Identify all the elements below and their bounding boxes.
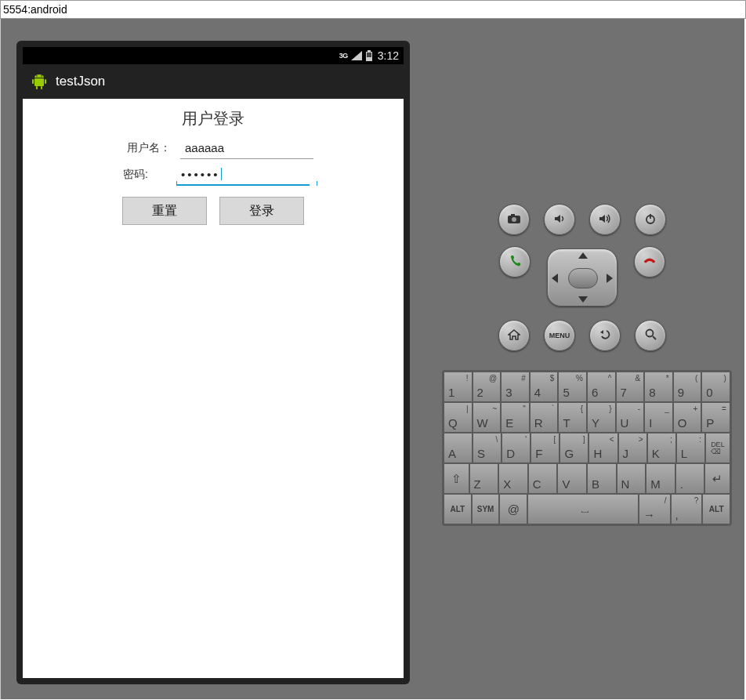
dpad[interactable] (545, 246, 620, 309)
end-call-button[interactable] (634, 246, 665, 277)
key-g[interactable]: G] (560, 433, 588, 463)
volume-down-button[interactable] (544, 204, 575, 235)
controls-pane: MENU 1!2@3#4$5%6^7&8*9(0) Q|W~E"R`T{Y}U-… (428, 19, 744, 699)
key-p[interactable]: P= (701, 402, 730, 433)
key-h[interactable]: H< (588, 433, 617, 463)
status-bar: 3G 3:12 (23, 47, 404, 64)
key-z[interactable]: Z (469, 463, 499, 494)
back-button[interactable] (589, 320, 621, 351)
key-1[interactable]: 1! (444, 372, 473, 402)
key-shift[interactable]: ⇧ (444, 463, 469, 494)
search-button[interactable] (635, 320, 666, 351)
window-title: 5554:android (0, 0, 746, 19)
battery-icon (365, 50, 373, 61)
key-8[interactable]: 8* (644, 372, 673, 402)
key-sym[interactable]: SYM (472, 494, 500, 524)
dpad-right[interactable] (607, 274, 613, 283)
svg-point-9 (41, 75, 42, 77)
key-.[interactable]: . (675, 463, 705, 494)
key-j[interactable]: J> (618, 433, 647, 463)
key-delete[interactable]: DEL⌫ (705, 433, 730, 463)
key-alt-right[interactable]: ALT (702, 494, 730, 524)
key-x[interactable]: X (498, 463, 528, 494)
svg-rect-4 (32, 79, 34, 84)
search-icon (645, 328, 657, 343)
volume-up-button[interactable] (589, 204, 621, 235)
device-screen[interactable]: 3G 3:12 (23, 47, 404, 678)
key-n[interactable]: N (617, 463, 646, 494)
back-icon (599, 329, 611, 343)
app-title: testJson (56, 74, 105, 89)
password-value: •••••• (181, 168, 220, 181)
key-r[interactable]: R` (530, 402, 559, 433)
key-alt-left[interactable]: ALT (444, 494, 472, 524)
key-3[interactable]: 3# (501, 372, 530, 402)
reset-button[interactable]: 重置 (122, 197, 207, 225)
key-e[interactable]: E" (501, 402, 530, 433)
key-l[interactable]: L: (676, 433, 705, 463)
phone-call-icon (509, 255, 521, 270)
key-space[interactable]: ⎵ (527, 494, 639, 524)
key-b[interactable]: B (587, 463, 617, 494)
key-t[interactable]: T{ (558, 402, 587, 433)
emulator-area: 3G 3:12 (0, 19, 744, 699)
key-o[interactable]: O+ (673, 402, 702, 433)
svg-rect-6 (36, 86, 38, 89)
dpad-up[interactable] (578, 252, 588, 259)
key-a[interactable]: A (444, 433, 473, 463)
network-3g-icon: 3G (339, 52, 348, 60)
key-2[interactable]: 2@ (473, 372, 502, 402)
text-cursor (221, 168, 222, 180)
shift-icon: ⇧ (451, 472, 462, 486)
svg-rect-3 (34, 78, 44, 86)
dpad-left[interactable] (552, 274, 558, 283)
password-input[interactable]: •••••• (176, 164, 310, 186)
key-y[interactable]: Y} (587, 402, 616, 433)
key-u[interactable]: U- (616, 402, 645, 433)
key-9[interactable]: 9( (673, 372, 702, 402)
key-6[interactable]: 6^ (587, 372, 616, 402)
camera-button[interactable] (498, 204, 530, 235)
key-comma[interactable]: ,? (671, 494, 703, 524)
key-k[interactable]: K; (647, 433, 676, 463)
key-7[interactable]: 7& (616, 372, 645, 402)
android-app-icon (31, 71, 48, 92)
key-c[interactable]: C (528, 463, 558, 494)
key-@[interactable]: @ (499, 494, 527, 524)
menu-button[interactable]: MENU (544, 320, 575, 351)
svg-rect-5 (45, 79, 46, 84)
svg-rect-0 (368, 50, 371, 52)
svg-point-8 (36, 75, 38, 77)
key-right-slash[interactable]: →/ (639, 494, 671, 524)
dpad-center[interactable] (568, 268, 598, 288)
key-0[interactable]: 0) (701, 372, 730, 402)
login-button[interactable]: 登录 (219, 197, 304, 225)
key-s[interactable]: S\ (473, 433, 502, 463)
key-d[interactable]: D' (502, 433, 531, 463)
svg-line-16 (653, 336, 656, 339)
key-5[interactable]: 5% (558, 372, 587, 402)
power-button[interactable] (635, 204, 666, 235)
key-w[interactable]: W~ (473, 402, 502, 433)
call-button[interactable] (499, 246, 531, 277)
svg-point-12 (512, 217, 516, 222)
status-time: 3:12 (378, 49, 399, 62)
svg-rect-7 (41, 86, 42, 89)
phone-end-icon (643, 256, 657, 268)
dpad-down[interactable] (578, 296, 588, 303)
key-4[interactable]: 4$ (530, 372, 559, 402)
key-m[interactable]: M (646, 463, 675, 494)
key-enter[interactable]: ↵ (704, 463, 730, 494)
power-icon (645, 213, 656, 227)
key-q[interactable]: Q| (444, 402, 473, 433)
camera-icon (507, 213, 521, 227)
key-v[interactable]: V (557, 463, 587, 494)
username-input[interactable] (180, 137, 313, 159)
key-f[interactable]: F[ (531, 433, 560, 463)
home-button[interactable] (498, 320, 530, 351)
password-label: 密码: (109, 168, 176, 182)
svg-point-15 (646, 330, 653, 337)
key-i[interactable]: I_ (644, 402, 673, 433)
form-heading: 用户登录 (23, 108, 404, 129)
hardware-keyboard: 1!2@3#4$5%6^7&8*9(0) Q|W~E"R`T{Y}U-I_O+P… (442, 370, 732, 526)
